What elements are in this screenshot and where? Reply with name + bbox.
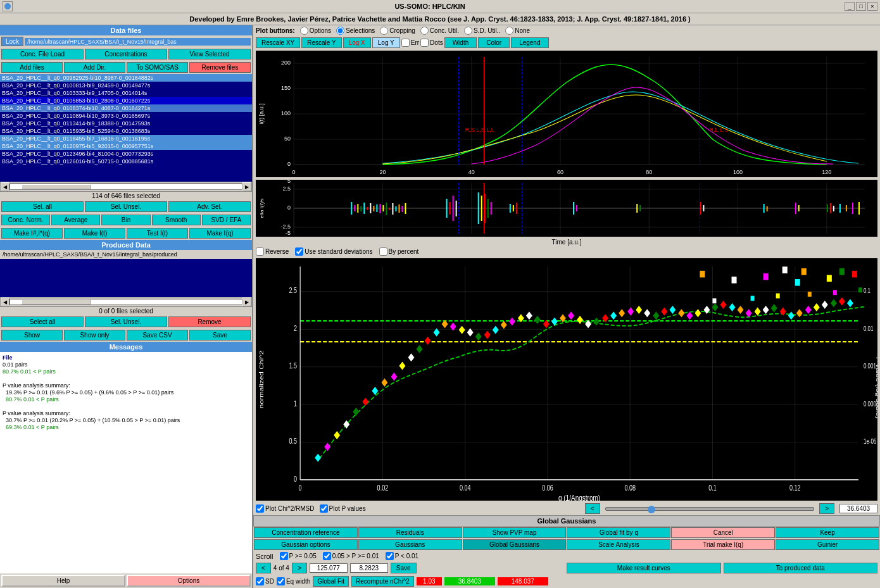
concentration-reference-button[interactable]: Concentration reference	[254, 527, 358, 538]
select-all-button[interactable]: Select all	[1, 316, 84, 327]
maximize-button[interactable]: □	[856, 2, 866, 11]
show-pvp-map-button[interactable]: Show PVP map	[463, 527, 567, 538]
list-item[interactable]: BSA_20_HPLC__lt_q0_0126016-bi5_50715-0_0…	[0, 158, 252, 165]
rescale-y-button[interactable]: Rescale Y	[301, 37, 341, 48]
list-item[interactable]: BSA_20_HPLC__lt_q0_0100813-bi9_82459-0_0…	[0, 82, 252, 89]
scroll-left-button[interactable]: ◀	[1, 182, 9, 191]
plot-p-checkbox[interactable]	[320, 504, 328, 513]
scroll-right-button[interactable]: ▶	[242, 182, 251, 191]
residuals-button[interactable]: Residuals	[358, 527, 462, 538]
average-button[interactable]: Average	[51, 215, 100, 225]
legend-button[interactable]: Legend	[511, 37, 548, 48]
show-only-button[interactable]: Show only	[64, 330, 125, 341]
make-result-curves-button[interactable]: Make result curves	[567, 563, 721, 573]
sel-all-button[interactable]: Sel. all	[1, 201, 84, 212]
add-files-button[interactable]: Add files	[1, 62, 63, 73]
scale-analysis-button[interactable]: Scale Analysis	[567, 539, 670, 550]
scroll-next-button[interactable]: >	[819, 503, 834, 514]
close-button[interactable]: ×	[867, 2, 877, 11]
add-dir-button[interactable]: Add Dir.	[64, 62, 125, 73]
err-checkbox-label[interactable]: Err	[401, 37, 419, 48]
reverse-checkbox-label[interactable]: Reverse	[256, 247, 289, 256]
adv-sel-button[interactable]: Adv. Sel.	[168, 201, 251, 212]
cancel-button[interactable]: Cancel	[671, 527, 775, 538]
scroll-right-button2[interactable]: ▶	[242, 297, 251, 306]
svd-efa-button[interactable]: SVD / EFA	[202, 215, 251, 225]
global-gaussians-button[interactable]: Global Gaussians	[463, 539, 567, 550]
radio-none[interactable]: None	[505, 27, 530, 35]
list-item[interactable]: BSA_20_HPLC__lt_q0_00982925-bi10_8987-0_…	[0, 74, 252, 82]
list-item[interactable]: BSA_20_HPLC__lt_q0_0115935-bi8_52594-0_0…	[0, 127, 252, 135]
sel-unsel2-button[interactable]: Sel. Unsel.	[85, 316, 167, 327]
scroll-left-button2[interactable]: ◀	[1, 297, 9, 306]
make-it-button[interactable]: Make I(t)	[64, 228, 125, 239]
radio-sd-util[interactable]: S.D. Util..	[464, 27, 500, 35]
list-item[interactable]: BSA_20_HPLC__lt_q0_0110894-bi10_3973-0_0…	[0, 112, 252, 120]
err-checkbox[interactable]	[401, 39, 410, 47]
p-005-001-checkbox[interactable]	[323, 552, 331, 560]
by-percent-label[interactable]: By percent	[379, 247, 419, 256]
list-item[interactable]: BSA_20_HPLC__lt_q0_0113414-bi9_18388-0_0…	[0, 120, 252, 127]
eq-width-label[interactable]: Eq width	[277, 577, 310, 585]
minimize-button[interactable]: _	[845, 2, 855, 11]
dots-checkbox[interactable]	[420, 39, 429, 47]
width-button[interactable]: Width	[444, 37, 477, 48]
produced-file-list[interactable]	[0, 259, 252, 297]
sd-checkbox[interactable]	[256, 577, 264, 585]
log-x-button[interactable]: Log X	[343, 37, 371, 48]
gaussians-button[interactable]: Gaussians	[358, 539, 462, 550]
p-lt-001-label[interactable]: P < 0.01	[386, 552, 418, 560]
color-button[interactable]: Color	[478, 37, 510, 48]
p-005-001-label[interactable]: 0.05 > P >= 0.01	[323, 552, 379, 560]
guinier-button[interactable]: Guinier	[776, 539, 879, 550]
radio-selections[interactable]: Selections	[336, 27, 375, 35]
sd-label[interactable]: SD	[256, 577, 274, 585]
radio-conc-util[interactable]: Conc. Util.	[420, 27, 459, 35]
p-ge-005-label[interactable]: P >= 0.05	[280, 552, 317, 560]
bin-button[interactable]: Bin	[101, 215, 150, 225]
test-it-button[interactable]: Test I(t)	[127, 228, 188, 239]
remove-files-button[interactable]: Remove files	[189, 62, 251, 73]
options-button[interactable]: Options	[127, 575, 251, 587]
list-item[interactable]: BSA_20_HPLC__lt_q0_0103333-bi9_14705-0_0…	[0, 89, 252, 97]
list-item[interactable]: BSA_20_HPLC__lt_q0_0105853-bi10_2808-0_0…	[0, 97, 252, 104]
reverse-checkbox[interactable]	[256, 247, 264, 256]
save-csv-button[interactable]: Save CSV	[127, 330, 188, 341]
make-istar-button[interactable]: Make I#,I*(q)	[1, 228, 63, 239]
keep-button[interactable]: Keep	[776, 527, 879, 538]
list-item[interactable]: BSA_20_HPLC__lt_q0_0118455-bi7_16816-0_0…	[0, 135, 252, 142]
list-item[interactable]: BSA_20_HPLC__lt_q0_0120975-bi5_92015-0_0…	[0, 142, 252, 150]
file-list-scrollbar[interactable]: ◀ ▶	[0, 182, 252, 192]
scroll-slider[interactable]	[605, 507, 814, 511]
plot-p-label[interactable]: Plot P values	[320, 504, 366, 513]
use-std-dev-label[interactable]: Use standard deviations	[295, 247, 372, 256]
recompute-button[interactable]: Recompute nChi^2	[351, 576, 414, 587]
to-produced-data-button[interactable]: To produced data	[724, 563, 878, 573]
gg-save-button[interactable]: Save	[391, 563, 417, 573]
gaussian-options-button[interactable]: Gaussian options	[254, 539, 358, 550]
help-button[interactable]: Help	[1, 575, 125, 587]
list-item[interactable]: BSA_20_HPLC__lt_q0_0108374-bi10_4087-0_0…	[0, 104, 252, 112]
use-std-dev-checkbox[interactable]	[295, 247, 303, 256]
radio-cropping[interactable]: Cropping	[380, 27, 415, 35]
plot-chi-label[interactable]: Plot Chi^2/RMSD	[256, 504, 315, 513]
nav-prev-button[interactable]: <	[256, 563, 271, 573]
file-list[interactable]: BSA_20_HPLC__lt_q0_00982925-bi10_8987-0_…	[0, 74, 252, 182]
lock-button[interactable]: Lock	[1, 37, 23, 46]
make-iq-button[interactable]: Make I(q)	[189, 228, 251, 239]
log-y-button[interactable]: Log Y	[372, 37, 400, 48]
to-somo-sas-button[interactable]: To SOMO/SAS	[127, 62, 188, 73]
scroll-prev-button[interactable]: <	[585, 503, 600, 514]
dots-checkbox-label[interactable]: Dots	[420, 37, 443, 48]
sel-unsel-button[interactable]: Sel. Unsel.	[85, 201, 167, 212]
rescale-xy-button[interactable]: Rescale XY	[256, 37, 300, 48]
remove-button[interactable]: Remove	[168, 316, 251, 327]
global-fit-by-q-button[interactable]: Global fit by q	[567, 527, 670, 538]
plot-chi-checkbox[interactable]	[256, 504, 264, 513]
conc-file-load-button[interactable]: Conc. File Load	[1, 49, 84, 59]
eq-width-checkbox[interactable]	[277, 577, 285, 585]
p-ge-005-checkbox[interactable]	[280, 552, 288, 560]
p-lt-001-checkbox[interactable]	[386, 552, 394, 560]
smooth-button[interactable]: Smooth	[152, 215, 201, 225]
save-button[interactable]: Save	[189, 330, 251, 341]
